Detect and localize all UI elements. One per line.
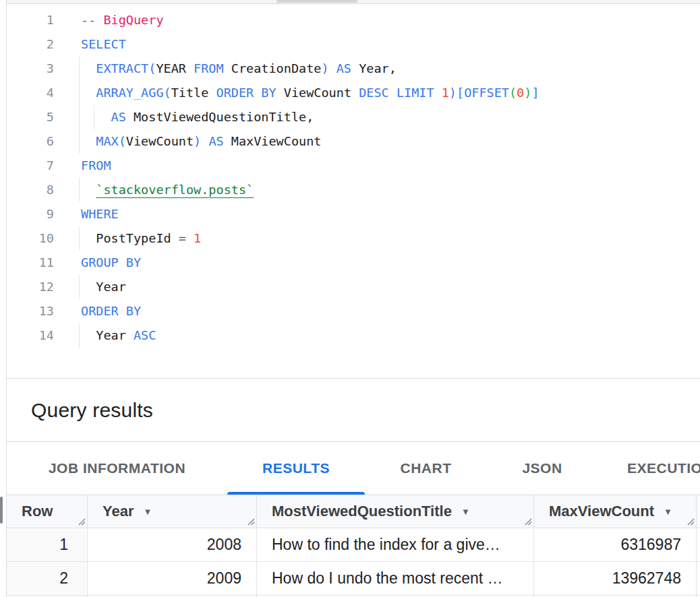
- line-number: 3: [7, 57, 54, 81]
- code-token: (: [148, 61, 156, 75]
- indent-guide: [79, 81, 80, 105]
- code-line[interactable]: 13ORDER BY: [7, 299, 700, 323]
- code-line[interactable]: 2SELECT: [7, 32, 700, 57]
- code-token: BY: [126, 255, 141, 270]
- indent-guide: [79, 226, 80, 251]
- cell-maxviewcount[interactable]: 13962748: [534, 562, 697, 595]
- header-filler: [697, 495, 700, 528]
- sort-dropdown-icon[interactable]: ▼: [461, 507, 470, 517]
- results-tab-bar: JOB INFORMATIONRESULTSCHARTJSONEXECUTION…: [7, 442, 700, 495]
- indent-guide: [79, 105, 80, 129]
- tab-job-information[interactable]: JOB INFORMATION: [7, 442, 227, 495]
- code-line[interactable]: 6 MAX(ViewCount) AS MaxViewCount: [7, 129, 700, 154]
- code-token: [81, 61, 96, 75]
- table-reference-link[interactable]: `stackoverflow.posts`: [96, 183, 254, 197]
- horizontal-scrollbar-thumb[interactable]: [276, 0, 357, 3]
- code-token: -- BigQuery: [81, 13, 164, 27]
- column-header-label: MostViewedQuestionTitle: [272, 503, 452, 520]
- tab-results[interactable]: RESULTS: [227, 442, 365, 495]
- column-header-maxviewcount[interactable]: MaxViewCount▼: [534, 495, 697, 528]
- code-token: [186, 231, 194, 245]
- code-line[interactable]: 4 ARRAY_AGG(Title ORDER BY ViewCount DES…: [7, 81, 700, 105]
- code-token: Year: [96, 328, 126, 342]
- code-token: [201, 134, 208, 148]
- vertical-scrollbar-thumb[interactable]: [0, 497, 3, 524]
- row-filler: [697, 528, 700, 561]
- table-row: 22009How do I undo the most recent …1396…: [7, 562, 700, 596]
- column-resize-handle-icon[interactable]: [78, 517, 86, 526]
- code-token: [119, 304, 126, 318]
- code-line[interactable]: 14 Year ASC: [7, 323, 700, 348]
- column-resize-handle-icon[interactable]: [687, 517, 695, 526]
- column-header-mostviewedquestiontitle[interactable]: MostViewedQuestionTitle▼: [257, 495, 534, 528]
- code-token: BY: [126, 304, 141, 318]
- code-token: CreationDate: [231, 61, 322, 75]
- code-token: [81, 231, 96, 245]
- code-token: BY: [261, 86, 276, 100]
- code-token: ): [524, 86, 531, 100]
- sort-dropdown-icon[interactable]: ▼: [144, 507, 152, 517]
- line-number: 4: [7, 81, 54, 105]
- indent-guide: [94, 105, 94, 129]
- active-tab-indicator: [227, 492, 365, 495]
- code-token: 1: [194, 231, 201, 245]
- code-token: EXTRACT: [96, 61, 148, 75]
- cell-mostviewedquestiontitle[interactable]: How to find the index for a give…: [257, 528, 534, 561]
- cell-year[interactable]: 2008: [88, 528, 257, 561]
- code-token: MostViewedQuestionTitle,: [134, 110, 314, 124]
- cell-mostviewedquestiontitle[interactable]: How do I undo the most recent …: [257, 562, 534, 595]
- code-token: [119, 255, 126, 270]
- code-token: SELECT: [81, 37, 126, 51]
- code-token: [351, 86, 359, 100]
- line-number: 14: [7, 323, 54, 348]
- code-line[interactable]: 9WHERE: [7, 202, 700, 226]
- code-line[interactable]: 1-- BigQuery: [7, 8, 700, 32]
- main-content: 1-- BigQuery2SELECT3 EXTRACT(YEAR FROM C…: [7, 0, 700, 597]
- cell-year[interactable]: 2009: [88, 562, 257, 595]
- code-token: Year: [96, 280, 126, 294]
- code-line[interactable]: 12 Year: [7, 275, 700, 299]
- code-line[interactable]: 7FROM: [7, 154, 700, 178]
- code-line[interactable]: 5 AS MostViewedQuestionTitle,: [7, 105, 700, 129]
- code-token: [276, 86, 284, 100]
- column-header-year[interactable]: Year▼: [88, 495, 257, 528]
- code-token: ): [321, 61, 328, 75]
- results-table-header: RowYear▼MostViewedQuestionTitle▼MaxViewC…: [7, 495, 700, 528]
- line-number: 9: [7, 202, 54, 226]
- tab-json[interactable]: JSON: [487, 442, 597, 495]
- sort-dropdown-icon[interactable]: ▼: [664, 507, 672, 517]
- toolbar-edge: [7, 0, 700, 4]
- column-resize-handle-icon[interactable]: [247, 517, 255, 526]
- code-line[interactable]: 3 EXTRACT(YEAR FROM CreationDate) AS Yea…: [7, 57, 700, 81]
- tab-chart[interactable]: CHART: [365, 442, 487, 495]
- code-line[interactable]: 8 `stackoverflow.posts`: [7, 178, 700, 202]
- code-token: [254, 86, 261, 100]
- indent-guide: [79, 178, 80, 202]
- cell-row[interactable]: 1: [7, 528, 88, 561]
- tab-label: EXECUTION DETAILS: [627, 460, 700, 476]
- column-resize-handle-icon[interactable]: [524, 517, 532, 526]
- line-number: 12: [7, 275, 54, 299]
- code-token: GROUP: [81, 255, 119, 270]
- cell-maxviewcount[interactable]: 6316987: [534, 528, 697, 561]
- code-token: [171, 231, 179, 245]
- indent-guide: [79, 275, 80, 299]
- code-token: [126, 328, 134, 342]
- code-token: =: [179, 231, 186, 245]
- code-token: ORDER: [216, 86, 254, 100]
- code-token: (: [164, 86, 171, 100]
- tab-execution-details[interactable]: EXECUTION DETAILS: [597, 442, 700, 495]
- sql-editor[interactable]: 1-- BigQuery2SELECT3 EXTRACT(YEAR FROM C…: [7, 4, 700, 379]
- code-token: [186, 61, 194, 75]
- table-row: 12008How to find the index for a give…63…: [7, 528, 700, 562]
- code-token: [389, 86, 397, 100]
- code-line[interactable]: 11GROUP BY: [7, 251, 700, 275]
- code-token: ]: [531, 86, 539, 100]
- code-token: 0: [517, 86, 524, 100]
- cell-row[interactable]: 2: [7, 562, 88, 595]
- code-line[interactable]: 10 PostTypeId = 1: [7, 226, 700, 251]
- code-token: AS: [208, 134, 223, 148]
- line-number: 10: [7, 226, 54, 251]
- column-header-row[interactable]: Row: [7, 495, 88, 528]
- query-results-title: Query results: [7, 399, 153, 422]
